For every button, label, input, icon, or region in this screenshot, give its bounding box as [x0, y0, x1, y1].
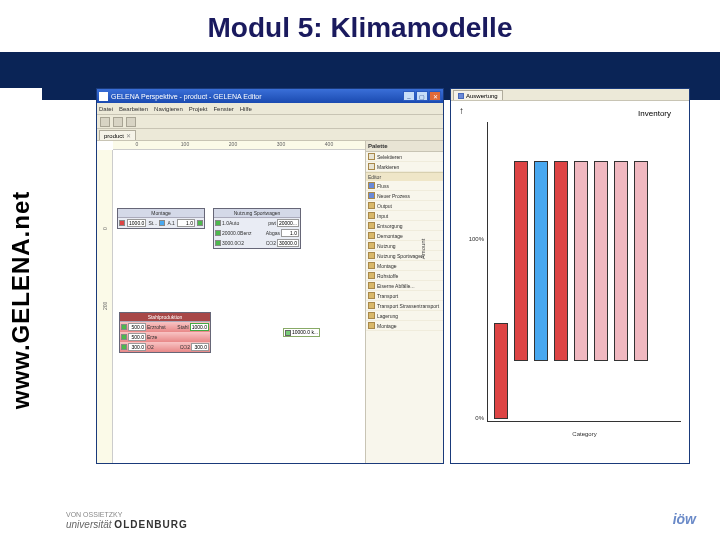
palette-item-fluss[interactable]: Fluss: [366, 181, 443, 191]
ruler-tick: 200: [102, 230, 108, 310]
palette-item-output[interactable]: Output: [366, 201, 443, 211]
bars-container: [494, 122, 675, 421]
folder-icon: [368, 242, 375, 249]
folder-icon: [368, 272, 375, 279]
palette-folder[interactable]: Lagerung: [366, 311, 443, 321]
node-title: Nutzung Sportwagen: [214, 209, 300, 218]
palette-item-input[interactable]: Input: [366, 211, 443, 221]
input-icon: [368, 212, 375, 219]
value-field[interactable]: 1.0: [177, 219, 195, 227]
output-icon: [368, 202, 375, 209]
value-label: 10000.0 k...: [292, 329, 318, 335]
port-label: 3000.0O2: [222, 240, 244, 246]
toolbar-icon[interactable]: [113, 117, 123, 127]
port-icon[interactable]: [159, 220, 165, 226]
value-field[interactable]: 1000.0: [127, 219, 146, 227]
arrow-icon: ↑: [459, 105, 464, 116]
palette-label: Selektieren: [377, 154, 402, 160]
diagram-area[interactable]: Montage 1000.0 St... A.1 1.0 Nutzung Spo…: [113, 150, 365, 463]
menu-window[interactable]: Fenster: [213, 106, 233, 112]
menu-navigate[interactable]: Navigieren: [154, 106, 183, 112]
port-label: O2: [147, 344, 154, 350]
flow-icon: [368, 182, 375, 189]
node-nutzung[interactable]: Nutzung Sportwagen 1.0Autopwt20000... 20…: [213, 208, 301, 249]
ruler-tick: 200: [209, 141, 257, 149]
titlebar[interactable]: GELENA Perspektive - product - GELENA Ed…: [97, 89, 443, 103]
marquee-icon: [368, 163, 375, 170]
palette-folder[interactable]: Nutzung: [366, 241, 443, 251]
value-field[interactable]: 300.0: [191, 343, 209, 351]
palette-folder[interactable]: Rohstoffe: [366, 271, 443, 281]
palette-folder[interactable]: Nutzung Sportwagen: [366, 251, 443, 261]
palette-folder[interactable]: Demontage: [366, 231, 443, 241]
palette-folder[interactable]: Transport: [366, 291, 443, 301]
port-icon[interactable]: [215, 220, 221, 226]
palette-folder[interactable]: Transport Strassentransport: [366, 301, 443, 311]
close-icon[interactable]: ✕: [126, 132, 131, 139]
app-icon: [99, 92, 108, 101]
palette-select[interactable]: Selektieren: [366, 152, 443, 162]
bar: [534, 161, 548, 360]
palette-folder[interactable]: Montage: [366, 321, 443, 331]
value-field[interactable]: 1.0: [281, 229, 299, 237]
y-tick: 100%: [462, 236, 484, 242]
menu-help[interactable]: Hilfe: [240, 106, 252, 112]
port-icon[interactable]: [215, 230, 221, 236]
port-label: pwt: [268, 220, 276, 226]
chart-panel: Auswertung ↑ Inventory Amount 100% 0% Ca…: [450, 88, 690, 464]
folder-icon: [368, 232, 375, 239]
ruler-tick: 300: [257, 141, 305, 149]
folder-icon: [368, 292, 375, 299]
port-icon[interactable]: [215, 240, 221, 246]
palette-label: Input: [377, 213, 388, 219]
menu-file[interactable]: Datei: [99, 106, 113, 112]
value-field[interactable]: 500.0: [128, 333, 146, 341]
palette-folder[interactable]: Eiserne Abfälle...: [366, 281, 443, 291]
value-field[interactable]: 500.0: [128, 323, 146, 331]
node-title: Stahlproduktion: [120, 313, 210, 322]
value-field[interactable]: 1000.0: [190, 323, 209, 331]
port-label: 1.0Auto: [222, 220, 239, 226]
toolbar-icon[interactable]: [100, 117, 110, 127]
port-label: 20000.0Benz: [222, 230, 251, 236]
external-value[interactable]: 10000.0 k...: [283, 328, 320, 337]
folder-icon: [368, 282, 375, 289]
palette-label: Neuer Prozess: [377, 193, 410, 199]
close-button[interactable]: ✕: [429, 91, 441, 101]
folder-icon: [368, 322, 375, 329]
port-icon[interactable]: [121, 334, 127, 340]
port-icon[interactable]: [121, 344, 127, 350]
bar: [514, 161, 528, 360]
ruler-tick: 100: [161, 141, 209, 149]
tab-auswertung[interactable]: Auswertung: [453, 90, 503, 100]
value-field[interactable]: 30000.0: [277, 239, 299, 247]
menu-edit[interactable]: Bearbeiten: [119, 106, 148, 112]
port-icon[interactable]: [119, 220, 125, 226]
menu-project[interactable]: Projekt: [189, 106, 208, 112]
value-field[interactable]: 20000...: [277, 219, 299, 227]
tab-product[interactable]: product ✕: [99, 130, 136, 140]
node-montage[interactable]: Montage 1000.0 St... A.1 1.0: [117, 208, 205, 229]
chart-body: ↑ Inventory Amount 100% 0% Category: [451, 101, 689, 463]
diagram-canvas[interactable]: 0 100 200 300 400 0 200 Montage 1000.0 S…: [97, 141, 365, 463]
tab-label: Auswertung: [466, 93, 498, 99]
palette-folder[interactable]: Montage: [366, 261, 443, 271]
port-label: A.1: [167, 220, 175, 226]
slide-title: Modul 5: Klimamodelle: [0, 0, 720, 52]
editor-window: GELENA Perspektive - product - GELENA Ed…: [96, 88, 444, 464]
port-icon[interactable]: [197, 220, 203, 226]
minimize-button[interactable]: _: [403, 91, 415, 101]
toolbar-icon[interactable]: [126, 117, 136, 127]
folder-label: Nutzung Sportwagen: [377, 253, 424, 259]
maximize-button[interactable]: ▢: [416, 91, 428, 101]
palette-folder[interactable]: Entsorgung: [366, 221, 443, 231]
node-stahlproduktion[interactable]: Stahlproduktion 500.0ErzrohstStahl1000.0…: [119, 312, 211, 353]
value-field[interactable]: 300.0: [128, 343, 146, 351]
palette-marquee[interactable]: Markieren: [366, 162, 443, 172]
folder-label: Transport Strassentransport: [377, 303, 439, 309]
logo-small: VON OSSIETZKY: [66, 511, 122, 518]
port-icon[interactable]: [121, 324, 127, 330]
palette-item-prozess[interactable]: Neuer Prozess: [366, 191, 443, 201]
chart-area: 100% 0% Category: [487, 122, 681, 422]
port-label: Stahl: [177, 324, 188, 330]
